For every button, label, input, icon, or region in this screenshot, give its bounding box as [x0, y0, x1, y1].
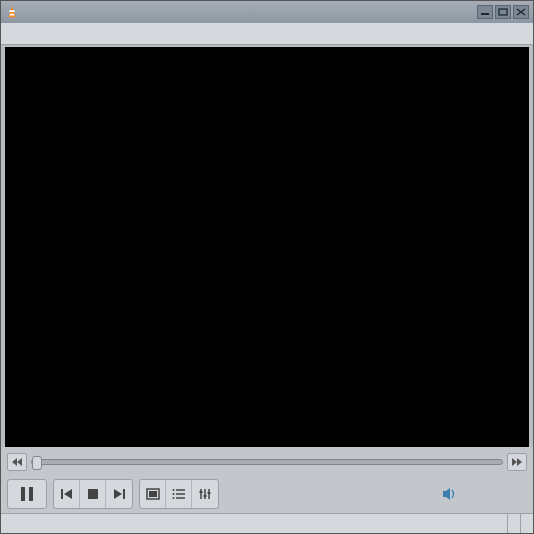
svg-rect-31: [208, 492, 211, 494]
svg-point-23: [172, 489, 174, 491]
svg-point-25: [172, 497, 174, 499]
speaker-icon[interactable]: [441, 485, 459, 503]
view-group: [139, 479, 219, 509]
status-time[interactable]: [521, 514, 533, 533]
playback-group: [53, 479, 133, 509]
svg-rect-30: [204, 495, 207, 497]
svg-rect-13: [61, 489, 63, 499]
titlebar: [1, 1, 533, 23]
playlist-button[interactable]: [166, 480, 192, 508]
app-window: [0, 0, 534, 534]
seek-back-button[interactable]: [7, 453, 27, 471]
controls-panel: [1, 447, 533, 513]
svg-rect-4: [499, 9, 507, 15]
svg-rect-17: [123, 489, 125, 499]
seek-row: [7, 451, 527, 473]
seek-slider[interactable]: [31, 459, 503, 465]
next-button[interactable]: [106, 480, 132, 508]
volume-slider[interactable]: [463, 483, 527, 505]
menubar: [1, 23, 533, 45]
button-row: [7, 477, 527, 511]
svg-marker-14: [64, 489, 72, 499]
svg-marker-32: [443, 488, 450, 500]
svg-marker-10: [517, 458, 522, 466]
svg-marker-8: [12, 458, 17, 466]
svg-rect-29: [200, 491, 203, 493]
statusbar: [1, 513, 533, 533]
equalizer-button[interactable]: [192, 480, 218, 508]
svg-point-24: [172, 493, 174, 495]
seek-thumb[interactable]: [32, 456, 42, 470]
spectrum-bars: [5, 47, 529, 447]
status-track: [1, 514, 508, 533]
minimize-button[interactable]: [477, 5, 493, 19]
svg-marker-16: [114, 489, 122, 499]
stop-button[interactable]: [80, 480, 106, 508]
svg-rect-1: [9, 10, 14, 12]
svg-marker-9: [512, 458, 517, 466]
svg-rect-2: [10, 14, 14, 16]
vlc-icon: [5, 5, 19, 19]
volume-control: [441, 483, 527, 505]
svg-rect-12: [29, 487, 33, 501]
fullscreen-button[interactable]: [140, 480, 166, 508]
visualizer: [5, 47, 529, 447]
svg-rect-19: [149, 491, 157, 497]
svg-marker-7: [17, 458, 22, 466]
pause-button[interactable]: [7, 479, 47, 509]
maximize-button[interactable]: [495, 5, 511, 19]
svg-rect-15: [88, 489, 98, 499]
seek-forward-button[interactable]: [507, 453, 527, 471]
svg-rect-11: [21, 487, 25, 501]
close-button[interactable]: [513, 5, 529, 19]
status-speed[interactable]: [508, 514, 521, 533]
window-buttons: [477, 5, 529, 19]
previous-button[interactable]: [54, 480, 80, 508]
